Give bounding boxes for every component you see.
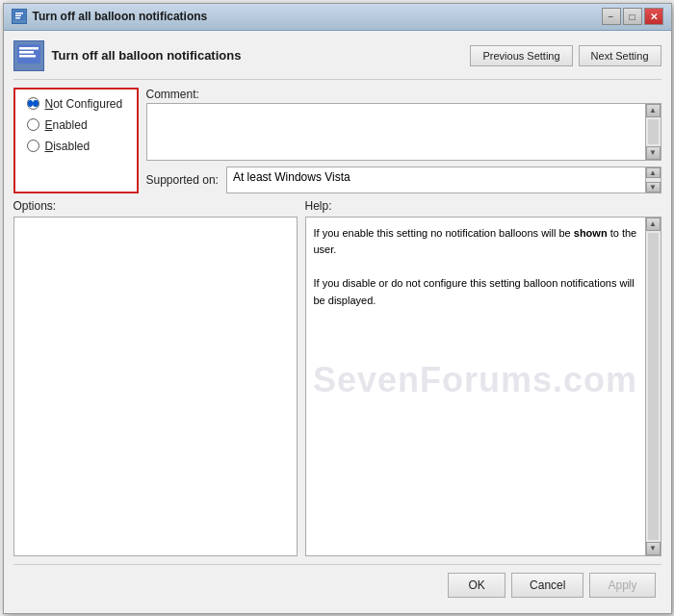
radio-disabled[interactable]: Disabled [27,140,125,153]
close-button[interactable]: ✕ [644,8,663,25]
svg-rect-5 [19,47,39,50]
next-setting-button[interactable]: Next Setting [579,45,661,66]
radio-disabled-input[interactable] [27,140,39,152]
options-box[interactable] [14,218,297,555]
supported-scroll-up[interactable]: ▲ [646,167,661,178]
radio-enabled[interactable]: Enabled [27,118,125,132]
comment-scrollbar[interactable]: ▲ ▼ [645,104,661,160]
comment-input[interactable] [147,104,645,160]
window-title: Turn off all balloon notifications [33,10,208,23]
apply-button[interactable]: Apply [589,573,655,598]
header-section: Turn off all balloon notifications Previ… [13,40,661,80]
watermark: SevenForums.com [313,352,637,408]
comment-scroll-up[interactable]: ▲ [646,104,661,117]
radio-enabled-label: Enabled [45,118,88,132]
top-row: Not Configured Enabled Disabled C [13,88,661,193]
policy-icon [12,9,27,24]
cancel-button[interactable]: Cancel [511,573,583,598]
dialog-content: Turn off all balloon notifications Previ… [4,31,671,613]
svg-rect-6 [19,51,34,54]
title-controls: − □ ✕ [602,8,663,25]
header-buttons: Previous Setting Next Setting [470,45,661,66]
dialog-window: Turn off all balloon notifications − □ ✕ [3,3,672,614]
comment-box-wrapper: ▲ ▼ [146,103,661,161]
help-box: SevenForums.com If you enable this setti… [306,218,645,555]
options-section: Options: [13,199,298,556]
svg-rect-1 [15,13,23,14]
supported-row: Supported on: At least Windows Vista ▲ ▼ [146,167,661,193]
comment-scroll-thumb [648,119,659,144]
help-paragraph-2: If you disable or do not configure this … [314,275,637,309]
minimize-button[interactable]: − [602,8,621,25]
supported-scrollbar[interactable]: ▲ ▼ [645,167,661,192]
help-paragraph-1: If you enable this setting no notificati… [314,225,637,259]
right-top: Comment: ▲ ▼ Supported on: [146,88,661,193]
policy-header-icon [13,40,44,71]
help-label: Help: [305,199,661,213]
radio-disabled-label: Disabled [45,140,91,153]
main-body: Not Configured Enabled Disabled C [13,88,661,556]
help-wrapper: SevenForums.com If you enable this setti… [305,217,661,556]
radio-not-configured-input[interactable] [27,97,39,110]
supported-scroll-down[interactable]: ▼ [646,182,661,192]
help-section: Help: SevenForums.com If you enable this… [305,199,661,556]
options-wrapper [13,217,298,556]
comment-scroll-down[interactable]: ▼ [646,146,661,160]
supported-label: Supported on: [146,173,219,187]
svg-rect-3 [15,17,20,19]
svg-rect-7 [19,55,36,58]
radio-panel: Not Configured Enabled Disabled [13,88,139,193]
supported-wrapper: At least Windows Vista ▲ ▼ [226,167,661,193]
comment-section: Comment: ▲ ▼ [146,88,661,161]
comment-label: Comment: [146,88,661,101]
title-bar: Turn off all balloon notifications − □ ✕ [4,4,671,31]
prev-setting-button[interactable]: Previous Setting [470,45,572,66]
bottom-row: Options: Help: SevenForums.com If you en… [13,199,661,556]
svg-rect-2 [15,15,21,17]
title-bar-left: Turn off all balloon notifications [12,9,208,24]
help-scrollbar[interactable]: ▲ ▼ [645,218,661,555]
help-scroll-thumb [648,233,659,540]
options-label: Options: [13,199,298,213]
help-bold-shown: shown [574,227,608,239]
radio-not-configured[interactable]: Not Configured [27,97,125,111]
help-scroll-up[interactable]: ▲ [646,218,661,231]
radio-not-configured-label: Not Configured [45,97,123,111]
maximize-button[interactable]: □ [623,8,642,25]
radio-enabled-input[interactable] [27,118,39,131]
header-left: Turn off all balloon notifications [13,40,242,71]
bottom-bar: OK Cancel Apply [13,564,661,603]
ok-button[interactable]: OK [448,573,506,598]
help-scroll-down[interactable]: ▼ [646,542,661,555]
supported-value: At least Windows Vista [227,167,645,192]
policy-title: Turn off all balloon notifications [52,48,242,63]
